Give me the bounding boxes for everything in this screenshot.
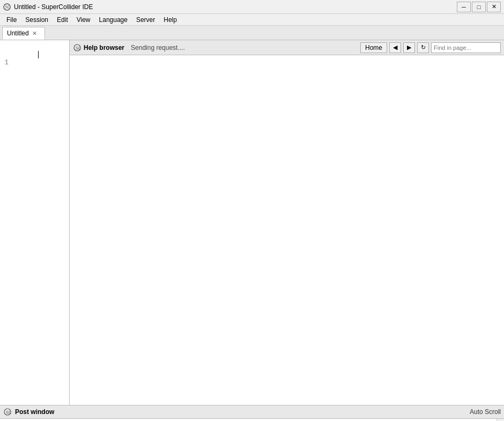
post-window-icon: SC: [3, 408, 12, 416]
title-left: SC Untitled - SuperCollider IDE: [3, 3, 93, 11]
menu-item-edit[interactable]: Edit: [53, 15, 72, 25]
post-window-row: Number of Symbols 12164 Byte Code Size 3…: [0, 419, 504, 421]
maximize-button[interactable]: □: [472, 2, 486, 12]
post-window-header: SC Post window Auto Scroll: [0, 405, 504, 419]
window-controls: ─ □ ✕: [457, 2, 501, 12]
help-browser-status: Sending request....: [131, 44, 358, 51]
editor-content[interactable]: 1: [0, 40, 69, 405]
svg-text:SC: SC: [5, 5, 11, 10]
home-button[interactable]: Home: [360, 42, 387, 53]
menu-item-view[interactable]: View: [72, 15, 95, 25]
line-numbers: 1: [0, 42, 11, 83]
back-button[interactable]: ◀: [389, 42, 401, 53]
menu-item-help[interactable]: Help: [159, 15, 181, 25]
help-browser-icon: SC: [73, 43, 81, 52]
minimize-button[interactable]: ─: [457, 2, 471, 12]
menu-bar: FileSessionEditViewLanguageServerHelp: [0, 14, 504, 26]
auto-scroll-button[interactable]: Auto Scroll: [470, 408, 501, 416]
reload-button[interactable]: ↻: [417, 42, 429, 53]
editor-pane: 1: [0, 40, 70, 405]
post-window-title: Post window: [15, 408, 470, 416]
help-browser-pane: SC Help browser Sending request.... Home…: [70, 40, 504, 405]
menu-item-language[interactable]: Language: [95, 15, 132, 25]
help-browser-title: Help browser: [84, 44, 124, 51]
title-bar: SC Untitled - SuperCollider IDE ─ □ ✕: [0, 0, 504, 14]
menu-item-file[interactable]: File: [2, 15, 21, 25]
menu-item-server[interactable]: Server: [132, 15, 159, 25]
help-browser-content[interactable]: [70, 55, 504, 405]
line-number-1: 1: [0, 58, 9, 67]
app-icon: SC: [3, 3, 11, 11]
main-area: 1 SC Help browser Sending request.... Ho…: [0, 40, 504, 405]
menu-item-session[interactable]: Session: [21, 15, 53, 25]
forward-button[interactable]: ▶: [403, 42, 415, 53]
post-window-content[interactable]: Number of Symbols 12164 Byte Code Size 3…: [0, 419, 496, 421]
editor-tab-untitled[interactable]: Untitled ✕: [2, 27, 45, 40]
text-cursor: [38, 51, 39, 58]
close-button[interactable]: ✕: [487, 2, 501, 12]
find-input[interactable]: [431, 42, 501, 53]
editor-tab-bar: Untitled ✕: [0, 26, 504, 40]
svg-text:SC: SC: [6, 410, 11, 415]
help-toolbar: SC Help browser Sending request.... Home…: [70, 40, 504, 55]
editor-tab-close[interactable]: ✕: [32, 31, 37, 36]
post-scrollbar[interactable]: [496, 419, 504, 421]
bottom-section: SC Post window Auto Scroll Number of Sym…: [0, 405, 504, 421]
title-text: Untitled - SuperCollider IDE: [14, 3, 93, 11]
svg-text:SC: SC: [76, 45, 81, 50]
editor-tab-label: Untitled: [7, 29, 29, 37]
